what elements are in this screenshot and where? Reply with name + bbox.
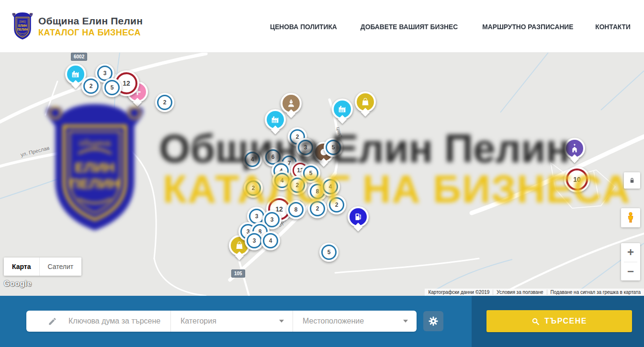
street-view-pegman-button[interactable] [621,208,640,227]
cluster-count: 5 [321,245,337,260]
search-panel: Категория Местоположение [0,296,644,347]
road-badge: 105 [231,269,245,278]
cluster-count: 5 [326,140,341,155]
cluster-marker[interactable]: 2 [288,176,307,195]
cluster-count: 2 [83,78,99,94]
cluster-count: 5 [104,80,120,95]
road-badge: 6002 [71,53,87,61]
map-attribution: Картографски данни ©2019 Условия за полз… [425,289,644,296]
map-pin-shopping-bag[interactable] [355,91,376,112]
cluster-marker[interactable]: 8 [286,200,305,219]
cluster-marker[interactable]: 2 [155,93,174,112]
category-select[interactable]: Категория [171,311,293,332]
cluster-count: 2 [310,201,325,216]
header: община ЕЛИН ПЕЛИН Община Елин Пелин КАТА… [0,0,644,53]
worker-icon [286,98,296,109]
shopping-bag-icon [234,240,245,251]
cluster-count: 2 [157,95,172,110]
gear-icon [428,315,439,327]
terms-link[interactable]: Условия за ползване [493,290,546,295]
cluster-marker[interactable]: 2 [308,199,327,218]
nav-item-1[interactable]: ЦЕНОВА ПОЛИТИКА [270,22,337,31]
pencil-icon [48,317,57,326]
church-icon [569,143,580,154]
pegman-icon [624,212,637,224]
cluster-marker[interactable]: 2 [244,179,263,198]
cluster-count: 3 [247,233,262,248]
map-pin-church[interactable] [564,138,585,159]
cluster-count: 4 [263,233,278,248]
attribution-data: Картографски данни ©2019 [425,290,493,295]
keyword-field[interactable] [26,311,171,332]
zoom-out-button[interactable]: − [621,262,640,281]
search-button[interactable]: ТЪРСЕНЕ [486,310,632,332]
shopping-bag-icon [360,97,371,107]
cluster-marker[interactable]: 5 [324,138,343,157]
zoom-in-button[interactable]: + [621,243,640,262]
google-logo[interactable]: Google [4,280,32,288]
svg-text:ЕЛИН: ЕЛИН [18,24,27,27]
caret-down-icon [403,320,408,323]
caret-down-icon [279,320,284,323]
factory-icon [270,114,281,125]
fuel-icon [353,212,363,222]
cluster-count: 2 [246,180,261,196]
site-title: Община Елин Пелин [38,15,143,27]
cluster-count: 4 [245,152,260,167]
map-type-satellite-button[interactable]: Сателит [39,257,82,276]
advanced-options-button[interactable] [423,311,443,331]
cluster-marker[interactable]: 4 [243,150,262,169]
nav-item-4[interactable]: КОНТАКТИ [595,22,631,31]
lock-icon [628,177,636,184]
cluster-marker[interactable]: 5 [319,243,339,262]
map-type-control: Карта Сателит [4,257,81,276]
cluster-count: 2 [290,178,305,193]
map-type-map-button[interactable]: Карта [4,257,39,276]
search-button-label: ТЪРСЕНЕ [544,317,587,325]
cluster-marker[interactable]: 4 [321,177,340,196]
site-subtitle: КАТАЛОГ НА БИЗНЕСА [38,28,143,38]
map-canvas[interactable]: ул. Преславбул. „Новоселция“ 6002105 321… [0,53,644,296]
cluster-count: 2 [329,197,344,213]
cluster-marker[interactable]: 3 [296,138,315,157]
map-pin-factory[interactable] [332,99,353,120]
factory-icon [337,104,348,114]
map-pin-fuel[interactable] [348,206,369,227]
main-nav: ЦЕНОВА ПОЛИТИКАДОБАВЕТЕ ВАШИЯТ БИЗНЕСМАР… [267,0,632,53]
cluster-count: 3 [249,209,264,224]
map-pin-worker[interactable] [281,93,302,114]
cluster-count: 8 [288,202,304,217]
svg-text:ПЕЛИН: ПЕЛИН [17,28,28,31]
svg-text:община: община [19,20,26,22]
keyword-input[interactable] [68,317,168,325]
search-fields: Категория Местоположение [26,311,417,332]
cluster-count: 3 [298,140,313,155]
cluster-marker[interactable]: 10 [564,167,590,192]
location-select-value: Местоположение [303,317,364,325]
map-pin-factory[interactable] [265,109,286,130]
cluster-count: 10 [566,168,588,190]
cluster-marker[interactable]: 2 [81,77,101,96]
nav-item-3[interactable]: МАРШРУТНО РАЗПИСАНИЕ [482,22,573,31]
search-icon [531,317,540,325]
lock-control-button[interactable] [624,172,640,189]
factory-icon [70,69,81,79]
zoom-control: + − [621,243,640,280]
cluster-marker[interactable]: 2 [327,195,346,214]
cluster-count: 5 [303,166,318,181]
cluster-marker[interactable]: 4 [261,231,280,250]
municipality-crest-icon: община ЕЛИН ПЕЛИН [11,12,34,41]
location-select[interactable]: Местоположение [293,311,417,332]
cluster-marker[interactable]: 5 [102,78,122,97]
category-select-value: Категория [181,317,216,325]
report-error-link[interactable]: Подаване на сигнал за грешка в картата [547,290,644,295]
nav-item-2[interactable]: ДОБАВЕТЕ ВАШИЯТ БИЗНЕС [361,22,458,31]
site-logo[interactable]: община ЕЛИН ПЕЛИН Община Елин Пелин КАТА… [11,12,143,41]
cluster-count: 4 [323,179,338,194]
